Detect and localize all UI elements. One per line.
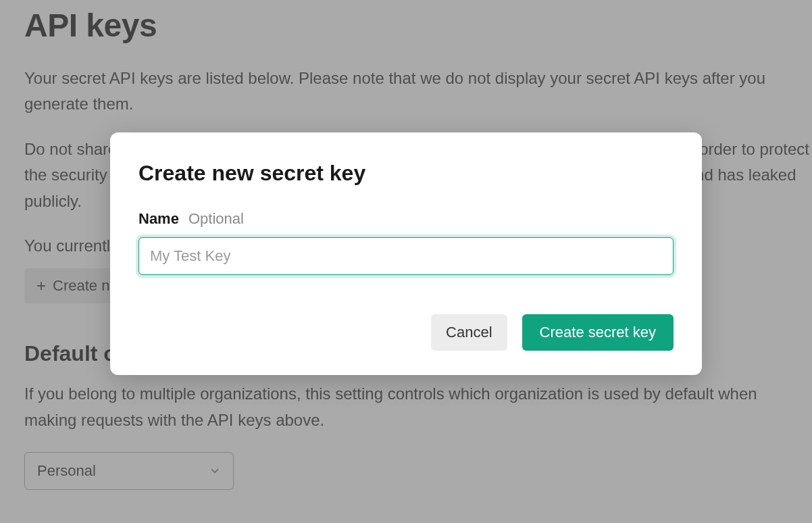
modal-actions: Cancel Create secret key <box>138 314 674 351</box>
key-name-input[interactable] <box>138 237 674 275</box>
name-field-hint: Optional <box>188 210 244 228</box>
create-secret-key-modal: Create new secret key Name Optional Canc… <box>110 132 702 375</box>
field-label-row: Name Optional <box>138 210 674 228</box>
cancel-button[interactable]: Cancel <box>431 314 507 351</box>
modal-overlay[interactable]: Create new secret key Name Optional Canc… <box>0 0 812 523</box>
name-field-label: Name <box>138 210 179 228</box>
modal-title: Create new secret key <box>138 161 674 186</box>
create-secret-key-button[interactable]: Create secret key <box>522 314 674 351</box>
